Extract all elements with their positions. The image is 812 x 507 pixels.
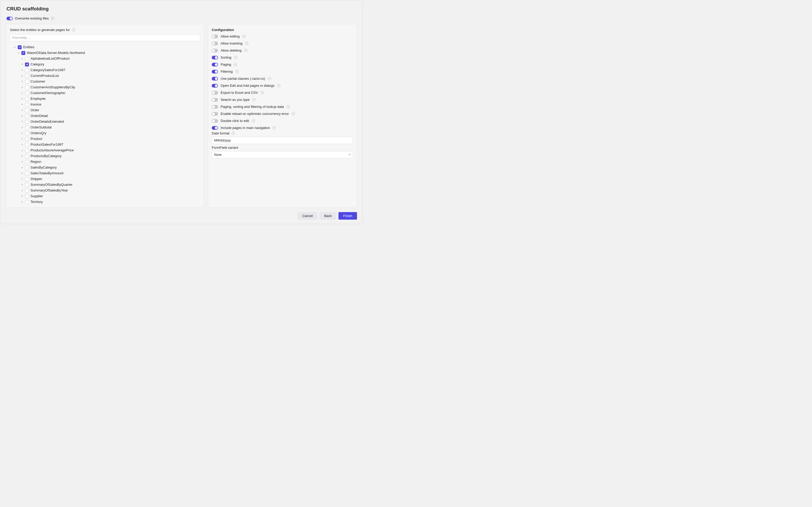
- tree-root[interactable]: Entities: [10, 44, 200, 50]
- tree-namespace[interactable]: WasmOData.Server.Models.Northwind: [10, 50, 200, 56]
- entity-checkbox[interactable]: [25, 74, 29, 78]
- entity-checkbox[interactable]: [25, 91, 29, 95]
- entity-checkbox[interactable]: [25, 86, 29, 90]
- entity-row[interactable]: ProductSalesFor1997: [10, 142, 200, 148]
- entity-checkbox[interactable]: [25, 137, 29, 141]
- entity-checkbox[interactable]: [25, 120, 29, 124]
- entity-row[interactable]: CustomerAndSuppliersByCity: [10, 84, 200, 90]
- entity-checkbox[interactable]: [25, 200, 29, 204]
- chevron-right-icon[interactable]: [21, 184, 23, 186]
- help-icon[interactable]: ?: [232, 131, 235, 135]
- entity-row[interactable]: ProductsAboveAveragePrice: [10, 148, 200, 153]
- help-icon[interactable]: ?: [277, 84, 281, 87]
- chevron-right-icon[interactable]: [21, 58, 23, 60]
- entity-row[interactable]: OrderDetailsExtended: [10, 119, 200, 124]
- entity-row[interactable]: SummaryOfSalesByQuarter: [10, 182, 200, 187]
- chevron-right-icon[interactable]: [21, 121, 23, 123]
- help-icon[interactable]: ?: [268, 77, 271, 80]
- help-icon[interactable]: ?: [260, 91, 264, 94]
- chevron-down-icon[interactable]: [13, 46, 16, 48]
- config-toggle[interactable]: [212, 77, 218, 80]
- namespace-checkbox[interactable]: [21, 51, 25, 55]
- entity-checkbox[interactable]: [25, 149, 29, 153]
- entity-row[interactable]: CustomerDemographic: [10, 90, 200, 96]
- entity-checkbox[interactable]: [25, 189, 29, 192]
- chevron-right-icon[interactable]: [21, 144, 23, 146]
- entity-row[interactable]: OrdersQry: [10, 130, 200, 136]
- chevron-right-icon[interactable]: [21, 195, 23, 197]
- entity-row[interactable]: Employee: [10, 96, 200, 102]
- entity-row[interactable]: OrderDetail: [10, 113, 200, 119]
- entity-checkbox[interactable]: [25, 108, 29, 112]
- help-icon[interactable]: ?: [234, 63, 237, 66]
- entity-row[interactable]: Customer: [10, 79, 200, 84]
- entity-tree[interactable]: Entities WasmOData.Server.Models.Northwi…: [10, 43, 200, 204]
- config-toggle[interactable]: [212, 112, 218, 116]
- chevron-right-icon[interactable]: [21, 80, 23, 82]
- entity-row[interactable]: SalesByCategory: [10, 165, 200, 170]
- chevron-right-icon[interactable]: [21, 98, 23, 100]
- chevron-right-icon[interactable]: [21, 92, 23, 94]
- chevron-right-icon[interactable]: [21, 189, 23, 191]
- entity-row[interactable]: CurrentProductList: [10, 73, 200, 79]
- entity-checkbox[interactable]: [25, 143, 29, 147]
- entity-checkbox[interactable]: [25, 171, 29, 175]
- chevron-right-icon[interactable]: [21, 103, 23, 106]
- chevron-right-icon[interactable]: [21, 126, 23, 128]
- config-toggle[interactable]: [212, 35, 218, 38]
- chevron-right-icon[interactable]: [21, 149, 23, 151]
- finish-button[interactable]: Finish: [339, 212, 357, 220]
- chevron-right-icon[interactable]: [21, 201, 23, 203]
- entity-checkbox[interactable]: [25, 57, 29, 61]
- entity-row[interactable]: SummaryOfSalesByYear: [10, 187, 200, 193]
- help-icon[interactable]: ?: [287, 105, 290, 108]
- help-icon[interactable]: ?: [244, 49, 248, 52]
- help-icon[interactable]: ?: [252, 98, 256, 101]
- config-toggle[interactable]: [212, 63, 218, 66]
- config-toggle[interactable]: [212, 119, 218, 123]
- entity-checkbox[interactable]: [25, 126, 29, 129]
- chevron-right-icon[interactable]: [21, 115, 23, 117]
- chevron-right-icon[interactable]: [21, 166, 23, 169]
- entity-checkbox[interactable]: [25, 80, 29, 83]
- overwrite-toggle[interactable]: [6, 17, 13, 20]
- entity-row[interactable]: Product: [10, 136, 200, 142]
- chevron-right-icon[interactable]: [21, 63, 23, 65]
- entity-row[interactable]: Shipper: [10, 176, 200, 182]
- entity-row[interactable]: Order: [10, 107, 200, 113]
- config-toggle[interactable]: [212, 98, 218, 102]
- entity-checkbox[interactable]: [25, 194, 29, 198]
- chevron-right-icon[interactable]: [21, 109, 23, 111]
- entity-checkbox[interactable]: [25, 177, 29, 181]
- entity-row[interactable]: Region: [10, 159, 200, 165]
- config-toggle[interactable]: [212, 42, 218, 45]
- entity-row[interactable]: Category: [10, 61, 200, 67]
- entity-checkbox[interactable]: [25, 154, 29, 158]
- help-icon[interactable]: ?: [234, 56, 237, 59]
- chevron-right-icon[interactable]: [21, 178, 23, 180]
- config-toggle[interactable]: [212, 105, 218, 109]
- entity-row[interactable]: Invoice: [10, 102, 200, 107]
- chevron-right-icon[interactable]: [21, 138, 23, 140]
- entity-row[interactable]: ProductsByCategory: [10, 153, 200, 159]
- entity-checkbox[interactable]: [25, 62, 29, 66]
- help-icon[interactable]: ?: [252, 119, 255, 122]
- config-toggle[interactable]: [212, 70, 218, 73]
- help-icon[interactable]: ?: [272, 126, 276, 129]
- entity-checkbox[interactable]: [25, 183, 29, 187]
- chevron-right-icon[interactable]: [21, 161, 23, 163]
- chevron-down-icon[interactable]: [17, 52, 20, 54]
- entity-row[interactable]: SalesTotalsByAmount: [10, 170, 200, 176]
- entities-root-checkbox[interactable]: [18, 45, 22, 49]
- help-icon[interactable]: ?: [292, 112, 295, 115]
- entity-checkbox[interactable]: [25, 103, 29, 107]
- chevron-right-icon[interactable]: [21, 172, 23, 174]
- config-toggle[interactable]: [212, 126, 218, 130]
- config-toggle[interactable]: [212, 91, 218, 95]
- config-toggle[interactable]: [212, 49, 218, 52]
- chevron-right-icon[interactable]: [21, 155, 23, 157]
- entity-checkbox[interactable]: [25, 97, 29, 101]
- entity-row[interactable]: CategorySalesFor1997: [10, 67, 200, 73]
- entity-checkbox[interactable]: [25, 131, 29, 135]
- cancel-button[interactable]: Cancel: [298, 212, 317, 220]
